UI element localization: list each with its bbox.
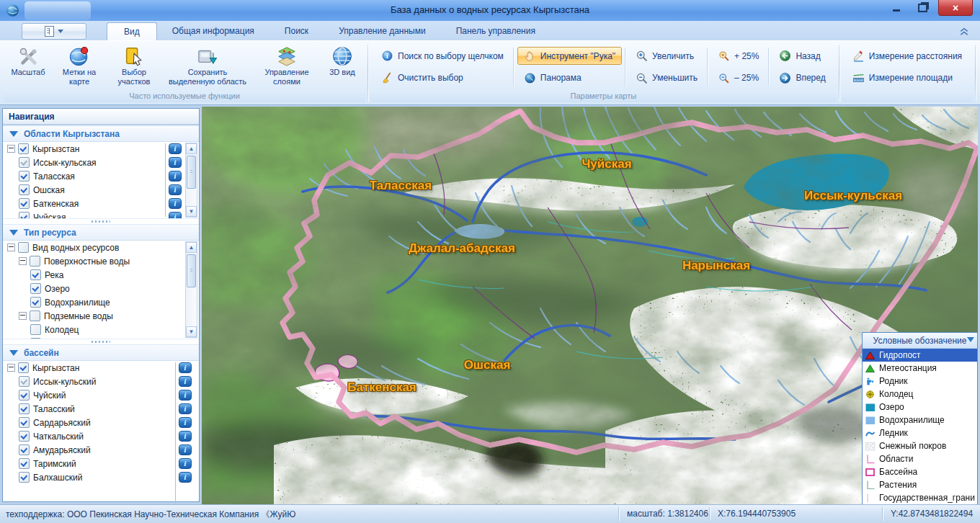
tree-item-label[interactable]: Подземные воды <box>44 311 113 321</box>
ribbon-button-zoom-in[interactable]: Увеличить <box>629 47 704 65</box>
vertical-scrollbar[interactable]: ▲▼ <box>185 143 197 218</box>
legend-item[interactable]: Ледник <box>863 426 977 439</box>
tree-checkbox[interactable] <box>30 297 41 308</box>
legend-item[interactable]: Государственная_грани <box>863 491 977 504</box>
tree-item-label[interactable]: Сардарьяский <box>33 418 91 428</box>
tree-expander-icon[interactable] <box>19 312 27 320</box>
scroll-down-arrow[interactable]: ▼ <box>186 326 197 337</box>
tab-1[interactable]: Вид <box>107 22 157 40</box>
info-button[interactable]: i <box>179 390 192 401</box>
tree-checkbox[interactable] <box>19 171 30 182</box>
tree-item-label[interactable]: Колодец <box>45 325 79 335</box>
legend-item[interactable]: Снежный покров <box>863 439 977 452</box>
app-menu-button[interactable] <box>22 23 86 40</box>
nav-section-header-3[interactable]: бассейн <box>3 344 199 361</box>
tree-item[interactable]: Сардарьяский <box>3 416 199 429</box>
legend-item[interactable]: Бассейна <box>863 465 977 478</box>
tree-item-label[interactable]: Чуйский <box>33 390 66 401</box>
tree-item[interactable]: Чуйский <box>3 388 199 402</box>
tree-item[interactable]: Таримский <box>3 457 199 470</box>
tree-item-label[interactable]: Иссык-кульский <box>33 377 97 387</box>
legend-item[interactable]: Озеро <box>863 401 977 414</box>
tree-item-label[interactable]: Озеро <box>45 284 70 294</box>
ribbon-button-zoom-minus[interactable]: – 25% <box>711 69 765 87</box>
ribbon-button-measure-area[interactable]: Измерение площади <box>846 69 968 87</box>
tree-item[interactable]: Балхашский <box>3 470 199 484</box>
legend-collapse-icon[interactable] <box>967 337 974 346</box>
tree-checkbox[interactable] <box>18 143 29 154</box>
tree-checkbox[interactable] <box>18 362 29 373</box>
tree-expander-icon[interactable] <box>7 364 15 372</box>
tree-item-label[interactable]: Река <box>45 270 63 280</box>
tree-item-label[interactable]: Чуйская <box>33 213 66 219</box>
info-button[interactable]: i <box>169 212 182 218</box>
info-button[interactable]: i <box>169 157 182 168</box>
tree-item-label[interactable]: Поверхностные воды <box>44 256 130 267</box>
nav-section-header-2[interactable]: Тип ресурса <box>3 224 199 241</box>
legend-item[interactable]: Области <box>863 452 977 465</box>
legend-item[interactable]: Гидропост <box>863 349 977 362</box>
tree-item[interactable]: Иссык-кульский <box>3 375 199 388</box>
tree-item-label[interactable]: Таласская <box>33 171 75 182</box>
tree-checkbox[interactable] <box>19 212 30 218</box>
ribbon-button-save-area[interactable]: Сохранить выделенную область <box>161 43 254 91</box>
scroll-down-arrow[interactable]: ▼ <box>186 206 197 217</box>
tree-item[interactable]: Вид водных ресурсов <box>3 241 199 254</box>
tree-item-label[interactable]: Таласский <box>33 404 75 414</box>
tree-checkbox[interactable] <box>19 472 30 483</box>
tree-checkbox[interactable] <box>19 417 30 428</box>
tree-expander-icon[interactable] <box>19 257 27 265</box>
tree-item-label[interactable]: Кыргызстан <box>32 144 79 154</box>
info-button[interactable]: i <box>179 376 192 387</box>
tree-item-label[interactable]: Вид водных ресурсов <box>32 243 119 253</box>
tree-item[interactable]: Подземные воды <box>3 309 199 323</box>
tree-checkbox[interactable] <box>19 157 30 168</box>
tree-checkbox[interactable] <box>19 403 30 414</box>
tree-checkbox[interactable] <box>19 184 30 195</box>
ribbon-button-globe-3d[interactable]: 3D вид <box>320 43 365 91</box>
tab-3[interactable]: Поиск <box>270 22 324 40</box>
tab-2[interactable]: Общая информация <box>157 22 270 40</box>
restore-button[interactable] <box>912 0 934 15</box>
tree-item-label[interactable]: Амударьяский <box>33 445 91 455</box>
ribbon-button-hand[interactable]: Инструмент "Рука" <box>517 47 622 65</box>
legend-item[interactable]: Колодец <box>863 388 977 401</box>
tab-5[interactable]: Панель управления <box>441 22 551 40</box>
tree-item-label[interactable]: Чаткальский <box>33 432 84 442</box>
tree-checkbox[interactable] <box>19 458 30 469</box>
info-button[interactable]: i <box>179 444 192 455</box>
tree-item-label[interactable]: Балхашский <box>33 473 82 483</box>
tree-expander-icon[interactable] <box>7 243 15 251</box>
tree-checkbox[interactable] <box>19 198 30 209</box>
ribbon-button-nav-forward[interactable]: Вперед <box>772 69 832 87</box>
tree-item[interactable]: Чаткальский <box>3 429 199 443</box>
info-button[interactable]: i <box>169 171 182 182</box>
section-splitter[interactable] <box>3 339 199 344</box>
scrollbar-thumb[interactable] <box>187 156 196 189</box>
info-button[interactable]: i <box>179 362 192 373</box>
tree-item[interactable]: Река <box>3 268 199 282</box>
info-button[interactable]: i <box>179 403 192 414</box>
tab-4[interactable]: Управление данными <box>324 22 441 40</box>
tree-checkbox[interactable] <box>30 269 41 280</box>
legend-item[interactable]: Родник <box>863 375 977 388</box>
nav-section-header-1[interactable]: Области Кыргызстана <box>3 125 199 142</box>
legend-item[interactable]: Растения <box>863 478 977 491</box>
info-button[interactable]: i <box>169 198 182 209</box>
tree-item-label[interactable]: Таримский <box>33 459 76 469</box>
scrollbar-thumb[interactable] <box>187 254 196 287</box>
tree-item[interactable]: Водохранилище <box>3 295 199 309</box>
ribbon-button-globe-small[interactable]: Панорама <box>517 69 622 87</box>
tree-item[interactable]: Родник <box>3 336 199 339</box>
minimize-button[interactable] <box>885 0 907 15</box>
tree-item-label[interactable]: Кыргызстан <box>32 363 79 373</box>
ribbon-button-select-area[interactable]: Выбор участков <box>107 43 161 91</box>
tree-checkbox[interactable] <box>19 431 30 442</box>
close-button[interactable]: × <box>938 0 973 16</box>
ribbon-button-broom[interactable]: Очистить выбор <box>375 69 510 87</box>
tree-checkbox[interactable] <box>19 444 30 455</box>
tree-expander-icon[interactable] <box>7 145 15 153</box>
tree-item-label[interactable]: Баткенская <box>33 199 79 209</box>
scroll-up-arrow[interactable]: ▲ <box>186 143 197 154</box>
tree-item[interactable]: Таласский <box>3 402 199 416</box>
